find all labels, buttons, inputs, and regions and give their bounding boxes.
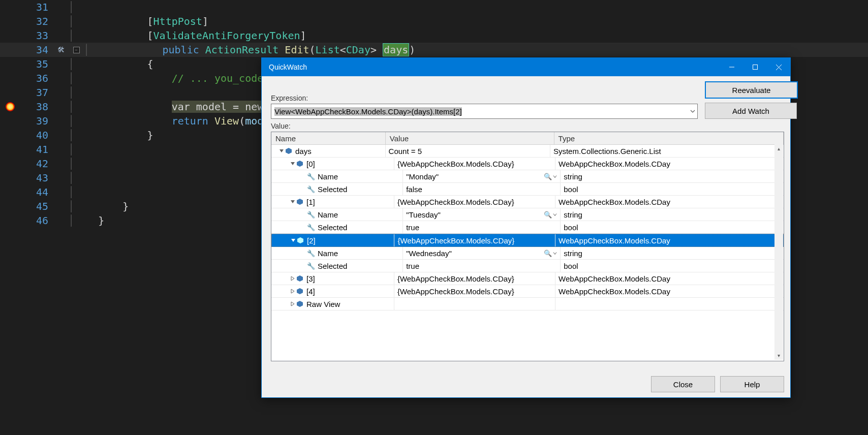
line-number: 44 <box>20 185 53 199</box>
code-content: // ... you_code he <box>74 71 282 85</box>
expander-closed-icon[interactable] <box>290 301 296 306</box>
row-type: WebAppCheckBox.Models.CDay <box>559 160 670 168</box>
watch-row[interactable]: Raw View <box>271 298 784 310</box>
code-content: [HttpPost] <box>74 14 208 28</box>
code-line[interactable]: 31│ <box>0 0 868 14</box>
help-button[interactable]: Help <box>720 376 784 392</box>
row-type: string <box>564 172 582 181</box>
code-line[interactable]: 33│ [ValidateAntiForgeryToken] <box>0 28 868 43</box>
row-type: string <box>564 210 582 219</box>
watch-row[interactable]: daysCount = 5System.Collections.Generic.… <box>271 145 784 158</box>
line-number: 46 <box>20 213 53 228</box>
row-name: [2] <box>307 236 316 245</box>
expander-open-icon[interactable] <box>290 199 296 204</box>
row-value: {WebAppCheckBox.Models.CDay} <box>397 274 514 283</box>
scroll-down-icon[interactable]: ▾ <box>774 351 783 360</box>
watch-row[interactable]: [3]{WebAppCheckBox.Models.CDay}WebAppChe… <box>271 272 784 285</box>
visualizer-icon[interactable]: 🔍 <box>544 173 557 180</box>
object-icon <box>296 300 304 308</box>
property-icon: 🔧 <box>307 249 315 257</box>
expression-text: View<WebAppCheckBox.Models.CDay>(days).I… <box>274 107 462 116</box>
row-name: days <box>295 147 312 156</box>
add-watch-button[interactable]: Add Watch <box>705 103 797 119</box>
property-icon: 🔧 <box>307 223 315 231</box>
maximize-button[interactable] <box>743 58 767 76</box>
close-dialog-button[interactable]: Close <box>651 376 715 392</box>
row-value: {WebAppCheckBox.Models.CDay} <box>397 236 514 245</box>
row-value: {WebAppCheckBox.Models.CDay} <box>397 287 514 296</box>
expander-closed-icon[interactable] <box>290 276 296 281</box>
header-type[interactable]: Type <box>554 132 784 144</box>
expander-open-icon[interactable] <box>290 161 296 166</box>
header-value[interactable]: Value <box>386 132 554 144</box>
row-name: [4] <box>306 287 315 296</box>
watch-row[interactable]: 🔧Name"Monday"🔍 string <box>271 170 784 183</box>
expander-closed-icon[interactable] <box>290 289 296 294</box>
line-number: 37 <box>20 85 53 100</box>
watch-row[interactable]: 🔧Selectedfalsebool <box>271 183 784 196</box>
row-value: "Monday" <box>406 172 439 181</box>
object-icon <box>296 287 304 295</box>
watch-row[interactable]: 🔧Selectedtruebool <box>271 221 784 234</box>
watch-row[interactable]: [1]{WebAppCheckBox.Models.CDay}WebAppChe… <box>271 196 784 208</box>
row-name: Selected <box>318 223 347 232</box>
code-content: return View(model) <box>74 114 282 128</box>
watch-row[interactable]: [4]{WebAppCheckBox.Models.CDay}WebAppChe… <box>271 285 784 298</box>
line-number: 34 <box>20 43 53 57</box>
close-button[interactable] <box>767 58 790 76</box>
fold-toggle[interactable]: − <box>73 47 80 53</box>
row-name: Raw View <box>306 300 340 308</box>
dialog-title: QuickWatch <box>269 63 720 71</box>
property-icon: 🔧 <box>307 210 315 219</box>
dropdown-icon[interactable] <box>690 109 695 114</box>
row-value: Count = 5 <box>389 147 422 156</box>
value-label: Value: <box>271 122 784 130</box>
row-type: System.Collections.Generic.List <box>553 147 661 156</box>
row-value: "Wednesday" <box>406 249 452 258</box>
row-name: [1] <box>306 198 315 206</box>
row-type: WebAppCheckBox.Models.CDay <box>559 236 670 245</box>
line-number: 42 <box>20 157 53 171</box>
expander-open-icon[interactable] <box>290 238 296 243</box>
row-value: "Tuesday" <box>406 210 441 219</box>
titlebar[interactable]: QuickWatch <box>262 58 790 76</box>
code-content: } <box>74 199 129 213</box>
row-value: {WebAppCheckBox.Models.CDay} <box>397 160 514 168</box>
visualizer-icon[interactable]: 🔍 <box>544 211 557 219</box>
watch-grid[interactable]: Name Value Type daysCount = 5System.Coll… <box>271 132 784 361</box>
watch-row[interactable]: 🔧Selectedtruebool <box>271 260 784 272</box>
line-number: 45 <box>20 199 53 213</box>
code-content: } <box>74 128 153 142</box>
scroll-up-icon[interactable]: ▴ <box>774 144 783 153</box>
property-icon: 🔧 <box>307 185 315 193</box>
row-name: Name <box>318 249 338 258</box>
watch-row[interactable]: [2]{WebAppCheckBox.Models.CDay}WebAppChe… <box>271 234 784 247</box>
svg-rect-1 <box>753 65 758 70</box>
watch-row[interactable]: [0]{WebAppCheckBox.Models.CDay}WebAppChe… <box>271 158 784 170</box>
watch-row[interactable]: 🔧Name"Wednesday"🔍 string <box>271 247 784 260</box>
reevaluate-button[interactable]: Reevaluate <box>705 81 798 99</box>
watch-row[interactable]: 🔧Name"Tuesday"🔍 string <box>271 208 784 221</box>
screwdriver-icon[interactable]: 🛠 <box>57 43 65 57</box>
object-icon <box>296 274 304 283</box>
breakpoint-arrow-icon[interactable] <box>6 102 15 111</box>
row-type: string <box>564 249 582 258</box>
header-name[interactable]: Name <box>271 132 386 144</box>
line-number: 31 <box>20 0 53 14</box>
row-value: true <box>406 262 419 270</box>
expander-open-icon[interactable] <box>278 148 285 153</box>
row-name: [0] <box>306 160 315 168</box>
visualizer-icon[interactable]: 🔍 <box>544 250 557 257</box>
row-name: Name <box>318 172 338 181</box>
row-value: {WebAppCheckBox.Models.CDay} <box>397 198 514 206</box>
expression-input[interactable]: View<WebAppCheckBox.Models.CDay>(days).I… <box>271 104 698 119</box>
object-icon <box>296 198 304 206</box>
code-content: } <box>74 213 104 228</box>
quickwatch-dialog: QuickWatch Expression: View<WebAppCheckB… <box>261 57 791 398</box>
line-number: 35 <box>20 57 53 71</box>
code-line[interactable]: 32│ [HttpPost] <box>0 14 868 28</box>
scrollbar[interactable]: ▴ ▾ <box>774 144 783 360</box>
code-content: public ActionResult Edit(List<CDay> days… <box>89 43 415 57</box>
minimize-button[interactable] <box>720 58 743 76</box>
code-line[interactable]: 34🛠−│ public ActionResult Edit(List<CDay… <box>0 43 868 57</box>
